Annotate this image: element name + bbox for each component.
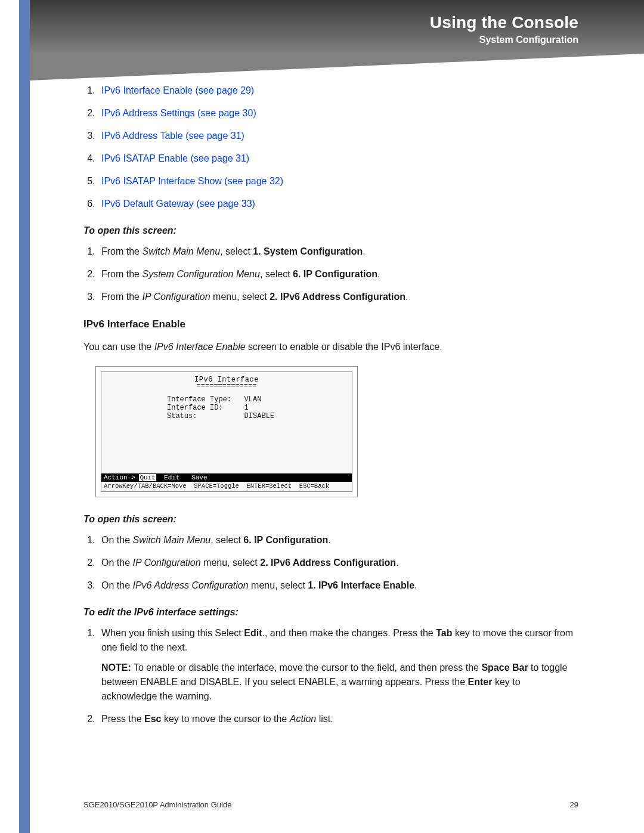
toc-link[interactable]: IPv6 ISATAP Enable (see page 31) [101,153,249,163]
console-row: Interface Type: VLAN [167,395,346,404]
toc-link[interactable]: IPv6 Address Table (see page 31) [101,131,244,141]
footer-page-number: 29 [570,800,578,809]
console-help-bar: ArrowKey/TAB/BACK=Move SPACE=Toggle ENTE… [101,482,352,491]
toc-link[interactable]: IPv6 ISATAP Interface Show (see page 32) [101,176,283,186]
toc-item: IPv6 ISATAP Interface Show (see page 32) [98,174,578,188]
open-steps-1: From the Switch Main Menu, select 1. Sys… [83,244,578,304]
console-body: IPv6 Interface ============== Interface … [101,372,352,473]
toc-item: IPv6 Address Settings (see page 30) [98,106,578,120]
toc-link[interactable]: IPv6 Interface Enable (see page 29) [101,85,254,95]
section-intro: You can use the IPv6 Interface Enable sc… [83,340,578,354]
console-screenshot: IPv6 Interface ============== Interface … [95,366,358,497]
toc-item: IPv6 Interface Enable (see page 29) [98,83,578,98]
section-title: IPv6 Interface Enable [83,318,578,330]
step: From the System Configuration Menu, sele… [98,267,578,281]
toc-link[interactable]: IPv6 Address Settings (see page 30) [101,108,256,118]
side-stripe [19,0,30,833]
step: From the Switch Main Menu, select 1. Sys… [98,244,578,259]
note-block: NOTE: To enable or disable the interface… [101,661,578,704]
content-area: IPv6 Interface Enable (see page 29) IPv6… [83,83,578,741]
toc-item: IPv6 ISATAP Enable (see page 31) [98,151,578,166]
step: Press the Esc key to move the cursor to … [98,712,578,726]
console-inner: IPv6 Interface ============== Interface … [101,371,352,492]
step: From the IP Configuration menu, select 2… [98,290,578,304]
open-screen-heading-2: To open this screen: [83,514,578,525]
open-steps-2: On the Switch Main Menu, select 6. IP Co… [83,533,578,593]
page: Using the Console System Configuration I… [0,0,644,833]
console-rows: Interface Type: VLAN Interface ID: 1 Sta… [167,395,346,420]
step: On the Switch Main Menu, select 6. IP Co… [98,533,578,547]
console-row: Interface ID: 1 [167,404,346,412]
page-header: Using the Console System Configuration [30,0,644,54]
toc-list: IPv6 Interface Enable (see page 29) IPv6… [83,83,578,211]
step: When you finish using this Select Edit.,… [98,626,578,704]
toc-link[interactable]: IPv6 Default Gateway (see page 33) [101,199,255,209]
header-subtitle: System Configuration [30,35,578,45]
console-row: Status: DISABLE [167,412,346,420]
console-action-quit: Quit [139,474,156,481]
header-title: Using the Console [30,13,578,32]
toc-item: IPv6 Address Table (see page 31) [98,129,578,143]
note-label: NOTE: [101,662,131,673]
header-diagonal [30,54,644,80]
console-underline: ============== [107,384,346,388]
footer-doc-title: SGE2010/SGE2010P Administration Guide [83,800,231,809]
edit-steps: When you finish using this Select Edit.,… [83,626,578,726]
console-action-bar: Action-> Quit Edit Save [101,473,352,482]
page-footer: SGE2010/SGE2010P Administration Guide 29 [83,800,578,809]
toc-item: IPv6 Default Gateway (see page 33) [98,197,578,211]
open-screen-heading: To open this screen: [83,225,578,236]
step: On the IPv6 Address Configuration menu, … [98,578,578,593]
edit-settings-heading: To edit the IPv6 interface settings: [83,607,578,618]
step: On the IP Configuration menu, select 2. … [98,556,578,570]
